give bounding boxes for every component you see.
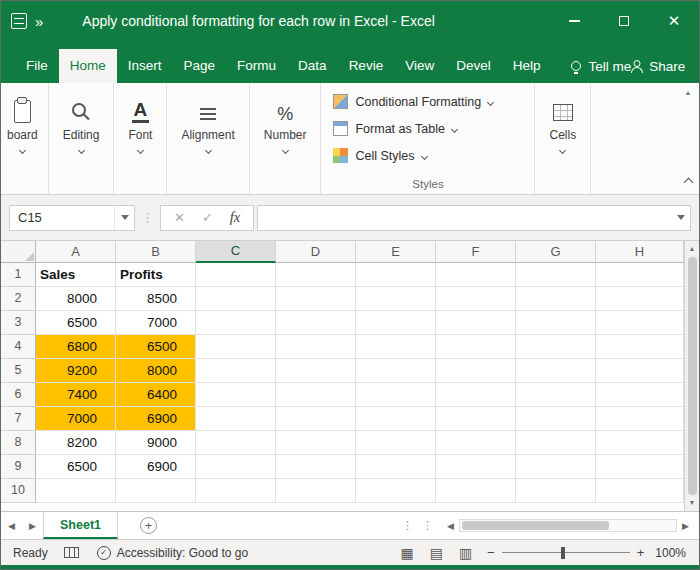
cell[interactable] (356, 335, 436, 359)
cell[interactable] (436, 335, 516, 359)
name-box-dropdown[interactable] (114, 206, 134, 230)
cell-a9[interactable]: 6500 (36, 455, 116, 479)
cell[interactable] (276, 311, 356, 335)
cell[interactable] (196, 383, 276, 407)
cell[interactable] (196, 407, 276, 431)
cell-b10[interactable] (116, 479, 196, 503)
sheet-nav-right-icon[interactable]: ▶ (22, 512, 43, 539)
row-header-6[interactable]: 6 (1, 383, 36, 407)
cell-b2[interactable]: 8500 (116, 287, 196, 311)
clipboard-group-button[interactable]: board (1, 83, 49, 194)
editing-group-button[interactable]: Editing (49, 83, 115, 194)
zoom-level[interactable]: 100% (655, 546, 686, 560)
cell[interactable] (196, 287, 276, 311)
scroll-left-icon[interactable]: ◀ (442, 521, 459, 531)
cell[interactable] (276, 359, 356, 383)
cell[interactable] (596, 431, 684, 455)
column-header-b[interactable]: B (116, 241, 196, 263)
vertical-scrollbar[interactable]: ▲ ▼ (684, 241, 699, 511)
cell-b7[interactable]: 6900 (116, 407, 196, 431)
cell[interactable] (436, 431, 516, 455)
close-button[interactable]: ✕ (649, 1, 699, 41)
cell[interactable] (596, 311, 684, 335)
tab-splitter-handle[interactable]: ⋮ (422, 519, 434, 532)
cell-b8[interactable]: 9000 (116, 431, 196, 455)
zoom-slider-thumb[interactable] (561, 547, 565, 559)
tab-home[interactable]: Home (59, 49, 117, 83)
cell[interactable] (516, 383, 596, 407)
row-header-2[interactable]: 2 (1, 287, 36, 311)
formula-bar-separator-dots[interactable]: ⋮ (141, 210, 154, 225)
cell[interactable] (516, 311, 596, 335)
tab-help[interactable]: Help (502, 49, 552, 83)
cell-b4[interactable]: 6500 (116, 335, 196, 359)
new-sheet-button[interactable]: + (140, 517, 157, 534)
cell-a8[interactable]: 8200 (36, 431, 116, 455)
tab-review[interactable]: Revie (338, 49, 395, 83)
sheet-tab-sheet1[interactable]: Sheet1 (43, 512, 118, 539)
cell[interactable] (596, 407, 684, 431)
horizontal-scrollbar[interactable]: ◀ ▶ (442, 512, 694, 539)
cell[interactable] (596, 479, 684, 503)
page-layout-view-button[interactable]: ▤ (430, 545, 443, 561)
insert-function-button[interactable]: fx (230, 209, 240, 226)
cell[interactable] (356, 479, 436, 503)
cell[interactable] (596, 287, 684, 311)
column-header-c[interactable]: C (196, 241, 276, 263)
enter-icon[interactable]: ✓ (202, 210, 213, 225)
column-header-e[interactable]: E (356, 241, 436, 263)
cell[interactable] (436, 407, 516, 431)
ribbon-scroll-up-icon[interactable]: ▲ (685, 89, 692, 96)
cell[interactable] (356, 287, 436, 311)
cell[interactable] (356, 455, 436, 479)
cell[interactable] (436, 479, 516, 503)
cell[interactable] (356, 263, 436, 287)
tab-formulas[interactable]: Formu (226, 49, 287, 83)
cell[interactable] (516, 263, 596, 287)
cell[interactable] (276, 431, 356, 455)
cell[interactable] (516, 479, 596, 503)
cell[interactable] (436, 383, 516, 407)
vertical-scrollbar-thumb[interactable] (688, 257, 697, 495)
tab-splitter-handle[interactable]: ⋮ (402, 519, 414, 532)
formula-input[interactable] (257, 205, 691, 231)
cell[interactable] (356, 407, 436, 431)
column-header-a[interactable]: A (36, 241, 116, 263)
number-group-button[interactable]: % Number (250, 83, 322, 194)
cell[interactable] (276, 263, 356, 287)
row-header-4[interactable]: 4 (1, 335, 36, 359)
tab-page-layout[interactable]: Page (173, 49, 227, 83)
cell-a1[interactable]: Sales (36, 263, 116, 287)
cell-a6[interactable]: 7400 (36, 383, 116, 407)
row-header-7[interactable]: 7 (1, 407, 36, 431)
tab-developer[interactable]: Devel (445, 49, 502, 83)
cell-styles-button[interactable]: Cell Styles (333, 142, 522, 169)
cell-b9[interactable]: 6900 (116, 455, 196, 479)
cell[interactable] (596, 383, 684, 407)
cell[interactable] (436, 359, 516, 383)
font-group-button[interactable]: A Font (114, 83, 167, 194)
cell[interactable] (196, 479, 276, 503)
tab-data[interactable]: Data (287, 49, 338, 83)
cell[interactable] (356, 383, 436, 407)
scroll-down-icon[interactable]: ▼ (689, 498, 696, 508)
zoom-out-button[interactable]: − (487, 545, 495, 560)
cell[interactable] (276, 383, 356, 407)
page-break-view-button[interactable]: ▥ (459, 545, 472, 561)
cell[interactable] (196, 359, 276, 383)
cell[interactable] (276, 479, 356, 503)
cell[interactable] (596, 359, 684, 383)
cell[interactable] (196, 335, 276, 359)
row-header-5[interactable]: 5 (1, 359, 36, 383)
column-header-h[interactable]: H (596, 241, 684, 263)
cell[interactable] (276, 455, 356, 479)
cell-a10[interactable] (36, 479, 116, 503)
tell-me-button[interactable]: Tell me (571, 49, 631, 83)
cell[interactable] (436, 263, 516, 287)
collapse-ribbon-button[interactable] (683, 178, 693, 188)
conditional-formatting-button[interactable]: Conditional Formatting (333, 88, 522, 115)
name-box[interactable]: C15 (9, 205, 135, 231)
cell-a7[interactable]: 7000 (36, 407, 116, 431)
row-header-3[interactable]: 3 (1, 311, 36, 335)
cell[interactable] (516, 287, 596, 311)
